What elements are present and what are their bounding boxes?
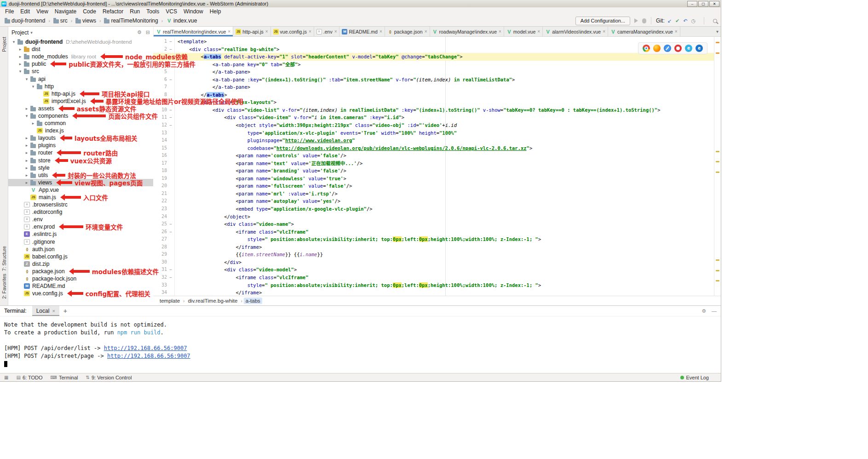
editor-tab-cameramanage-index-vue[interactable]: VcameraManage\index.vue× [608, 27, 680, 36]
fold-icon[interactable]: − [167, 274, 175, 281]
chevron-down-icon[interactable]: ▾ [17, 69, 23, 74]
editor-tab-realtimemonitoring-index-vue[interactable]: VrealTimeMonitoring\index.vue× [154, 27, 233, 36]
menu-vcs[interactable]: VCS [162, 8, 180, 15]
close-icon[interactable]: × [228, 29, 230, 34]
error-stripe[interactable] [714, 37, 721, 296]
menu-tools[interactable]: Tools [143, 8, 162, 15]
edge-icon[interactable]: e [696, 45, 703, 52]
tree-item-env-prod[interactable]: ≡.env.prod环境变量文件 [8, 223, 153, 230]
add-configuration-button[interactable]: Add Configuration... [575, 17, 630, 25]
stripe-mark[interactable] [716, 259, 719, 261]
statusbar-terminal-iconterminal[interactable]: ⌨Terminal [51, 375, 78, 380]
chevron-down-icon[interactable]: ▾ [11, 40, 17, 44]
menu-run[interactable]: Run [126, 8, 143, 15]
hidden-tabs-icon[interactable]: ▾ [714, 27, 721, 36]
chevron-down-icon[interactable]: ▾ [24, 114, 29, 118]
stripe-mark[interactable] [716, 161, 719, 162]
breadcrumb-item-realtimemonitoring[interactable]: realTimeMonitoring [103, 17, 158, 24]
fold-icon[interactable]: − [167, 114, 175, 121]
close-icon[interactable]: × [537, 29, 540, 34]
tool-button-7-structure[interactable]: 7: Structure [1, 246, 7, 271]
editor-tab-readme-md[interactable]: MREADME.md× [339, 27, 385, 36]
chevron-right-icon[interactable]: ▸ [24, 106, 29, 111]
settings-icon[interactable]: ⚙ [137, 29, 142, 35]
tree-item-package-json[interactable]: {}package.jsonmodules依赖描述文件 [8, 268, 153, 275]
git-rollback-icon[interactable]: ↶ [683, 18, 687, 24]
chevron-right-icon[interactable]: ▸ [24, 166, 29, 170]
tree-item-duoji-frontend[interactable]: ▾duoji-frontendD:\zheheWeb\duoji-fronten… [8, 38, 153, 46]
terminal-link[interactable]: http://192.168.66.56:9007 [104, 345, 187, 351]
chevron-right-icon[interactable]: ▸ [24, 158, 29, 163]
chevron-right-icon[interactable]: ▸ [24, 180, 29, 185]
tree-item-auth-json[interactable]: {}auth.json [8, 246, 153, 253]
tree-item-main-js[interactable]: JSmain.js入口文件 [8, 194, 153, 201]
maximize-button[interactable]: ▢ [698, 1, 708, 7]
fold-icon[interactable]: − [167, 106, 175, 114]
project-panel-title[interactable]: Project [11, 29, 29, 36]
fold-icon[interactable]: − [167, 38, 175, 46]
chevron-right-icon[interactable]: ▸ [24, 136, 29, 140]
editor-tab-env[interactable]: ≡.env× [314, 27, 340, 36]
minimize-button[interactable]: – [687, 1, 697, 7]
editor-crumb-a-tabs[interactable]: a-tabs [244, 298, 262, 304]
terminal-link[interactable]: http://192.168.66.56:9007 [107, 353, 190, 359]
tool-button-2-favorites[interactable]: 2: Favorites [1, 274, 7, 299]
statusbar-event-log[interactable]: Event Log [680, 375, 709, 380]
search-everywhere-icon[interactable] [713, 19, 717, 23]
tree-item-src[interactable]: ▾src [8, 68, 153, 75]
tree-item-views[interactable]: ▸viewsview视图、pages页面 [8, 179, 153, 186]
ie-icon[interactable]: e [685, 45, 692, 52]
editor-tab-roadwaymanage-index-vue[interactable]: VroadwayManage\index.vue× [430, 27, 504, 36]
safari-icon[interactable] [664, 45, 671, 52]
menu-refactor[interactable]: Refactor [99, 8, 126, 15]
minimize-panel-icon[interactable]: — [712, 308, 717, 314]
fold-icon[interactable]: − [167, 121, 175, 129]
editor-tab-model-vue[interactable]: Vmodel.vue× [504, 27, 543, 36]
tree-item-store[interactable]: ▸storevuex公共资源 [8, 157, 153, 164]
run-icon[interactable] [634, 18, 638, 23]
tree-item-layouts[interactable]: ▸layoutslayouts全局布局相关 [8, 134, 153, 142]
close-icon[interactable]: × [52, 308, 55, 314]
title-bar[interactable]: WS duoji-frontend [D:\zheheWeb\duoji-fro… [0, 0, 721, 7]
close-icon[interactable]: × [379, 29, 382, 34]
fold-icon[interactable]: − [167, 220, 175, 228]
tree-item-babel-config-js[interactable]: JSbabel.config.js [8, 253, 153, 260]
chevron-down-icon[interactable]: ▾ [24, 77, 29, 81]
tree-item-public[interactable]: ▸publicpublic资源文件夹，一般放引用的第三方插件 [8, 60, 153, 68]
debug-icon[interactable] [642, 18, 646, 23]
menu-code[interactable]: Code [80, 8, 99, 15]
git-history-icon[interactable]: ◷ [691, 18, 696, 24]
tree-item-editorconfig[interactable]: ≡.editorconfig [8, 208, 153, 216]
editor-tab-package-json[interactable]: {}package.json× [385, 27, 430, 36]
editor-tab-vue-config-js[interactable]: JSvue.config.js× [271, 27, 314, 36]
chevron-right-icon[interactable]: ▸ [24, 150, 29, 155]
close-icon[interactable]: × [265, 29, 268, 34]
close-icon[interactable]: × [309, 29, 311, 34]
close-icon[interactable]: × [603, 29, 605, 34]
fold-icon[interactable]: − [167, 266, 175, 274]
fold-icon[interactable]: − [167, 228, 175, 236]
chevron-down-icon[interactable]: ▾ [30, 84, 36, 89]
menu-navigate[interactable]: Navigate [52, 8, 80, 15]
tree-item-eslintrc-js[interactable]: E.eslintrc.js [8, 230, 153, 238]
breadcrumb-item-src[interactable]: src [52, 17, 68, 24]
editor-tab-http-api-js[interactable]: JShttp-api.js× [233, 27, 270, 36]
firefox-icon[interactable] [653, 45, 661, 52]
terminal-output[interactable]: Note that the development build is not o… [0, 316, 721, 373]
git-commit-icon[interactable]: ✔ [675, 18, 679, 24]
close-icon[interactable]: × [334, 29, 337, 34]
menu-window[interactable]: Window [180, 8, 207, 15]
tree-item-api[interactable]: ▾api [8, 75, 153, 82]
tree-item-common[interactable]: ▸common [8, 120, 153, 127]
breadcrumb-item-duoji-frontend[interactable]: duoji-frontend [4, 17, 45, 24]
tree-item-package-lock-json[interactable]: {}package-lock.json [8, 275, 153, 282]
stripe-mark[interactable] [716, 172, 719, 173]
stripe-mark[interactable] [716, 52, 719, 54]
close-button[interactable]: ✕ [709, 1, 719, 7]
chrome-icon[interactable] [643, 45, 650, 52]
editor-crumb-template[interactable]: template [158, 298, 182, 304]
terminal-settings-icon[interactable]: ⚙ [701, 308, 706, 314]
close-icon[interactable]: × [425, 29, 427, 34]
breadcrumb-item-views[interactable]: views [75, 17, 96, 24]
chevron-right-icon[interactable]: ▸ [17, 62, 23, 66]
